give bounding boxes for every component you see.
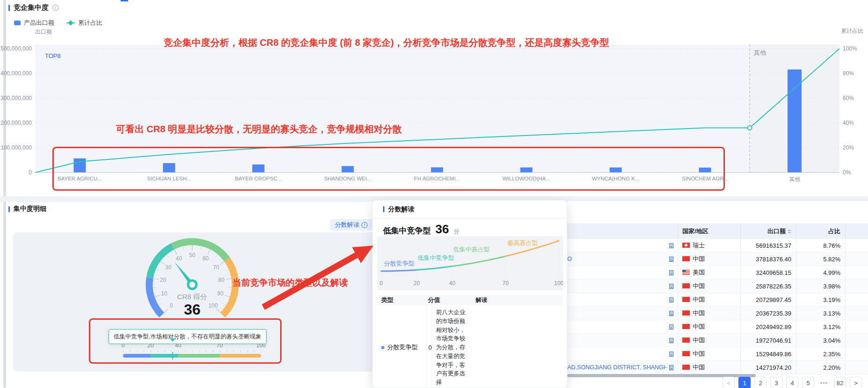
gauge-score-value: 36 (155, 301, 230, 318)
company-link[interactable]: AD,SONGJIANG DISTRICT, SHANGHAI CHI... (567, 364, 666, 371)
svg-text:20: 20 (160, 277, 166, 283)
pagination-prev[interactable]: < (723, 377, 735, 388)
competitor-data-table: 国家/地区 出口额 占比 瑞士 56916315.37 8.76% O 中国 3… (567, 201, 868, 388)
svg-text:80: 80 (218, 277, 225, 283)
svg-text:70: 70 (502, 280, 509, 287)
x-axis-label[interactable]: 其他 (789, 176, 800, 183)
pagination-next[interactable]: > (850, 377, 862, 388)
table-row[interactable]: 中国 20729897.45 3.19% (567, 293, 868, 307)
country-name: 中国 (693, 255, 705, 263)
country-flag-icon (682, 310, 690, 317)
table-header-row: 国家/地区 出口额 占比 (567, 223, 868, 239)
type-dot-icon (381, 346, 384, 349)
pagination-page-3[interactable]: 3 (770, 377, 782, 388)
annotation-note-3: 当前竞争市场的类型以及解读 (232, 277, 348, 289)
company-building-icon[interactable] (668, 256, 674, 264)
company-building-icon[interactable] (668, 283, 674, 291)
svg-text:20: 20 (413, 280, 420, 287)
sort-icon[interactable] (788, 229, 791, 234)
legend-item-line[interactable]: 累计占比 (66, 19, 102, 27)
share-pct: 4.99% (796, 266, 845, 279)
legend-bar-label: 产品出口额 (24, 19, 54, 27)
company-building-icon[interactable] (668, 243, 674, 250)
annotation-box-bars (52, 147, 725, 191)
country-flag-icon (682, 269, 690, 276)
country-name: 中国 (693, 309, 705, 317)
annotation-note-1: 竞企集中度分析，根据 CR8 的竞企集中度 (前 8 家竞企)，分析竞争市场是分… (164, 36, 609, 49)
table-row[interactable]: AD,SONGJIANG DISTRICT, SHANGHAI CHI... 中… (567, 361, 868, 374)
y-tick-label: 500,000,000 (0, 45, 32, 52)
table-row[interactable]: 中国 25878226.35 3.98% (567, 280, 868, 293)
share-pct: 3.19% (796, 293, 845, 306)
table-row[interactable]: 中国 20367235.39 3.13% (567, 307, 868, 320)
score-interpretation-link[interactable]: 分数解读 i (330, 219, 372, 230)
y-tick-label: 0 (0, 169, 32, 176)
svg-text:30: 30 (165, 264, 172, 271)
share-pct: 3.13% (796, 307, 845, 320)
header-company (567, 223, 678, 239)
table-row[interactable]: O 中国 37818376.40 5.82% (567, 252, 868, 266)
curve-segment-label: 分散竞争型 (384, 259, 414, 268)
svg-text:0: 0 (380, 280, 383, 287)
gauge-title: CR8 得分 (155, 293, 230, 302)
country-name: 中国 (693, 350, 705, 358)
line-diamond-icon (66, 21, 75, 25)
y2-tick-label: 60% (843, 95, 854, 101)
table-row[interactable]: 中国 15294849.86 2.35% (567, 347, 868, 361)
company-building-icon[interactable] (668, 310, 674, 318)
pagination-active[interactable]: 1 (738, 377, 751, 388)
market-type-label: 低集中竞争型 (383, 225, 431, 236)
share-pct: 3.04% (796, 334, 845, 347)
svg-text:100: 100 (554, 280, 563, 287)
curve-segment-label: 极高寡占型 (507, 239, 538, 247)
legend-item-bar[interactable]: 产品出口额 (14, 19, 54, 27)
company-building-icon[interactable] (668, 297, 674, 304)
header-amount[interactable]: 出口额 (740, 223, 796, 239)
chart-legend: 产品出口额 累计占比 (14, 19, 102, 27)
y-tick-label: 200,000,000 (0, 120, 32, 126)
company-building-icon[interactable] (668, 338, 674, 345)
svg-text:40: 40 (176, 255, 182, 262)
export-amount: 25878226.35 (740, 280, 796, 293)
company-link[interactable]: O (567, 256, 572, 262)
table-row[interactable]: 中国 20249492.89 3.12% (567, 320, 868, 334)
popup-table-row: 分散竞争型 0前八大企业的市场份额相对较小，市场竞争较为分散，存在大量的竞争对手… (377, 305, 563, 388)
header-pct[interactable]: 占比 (796, 223, 845, 239)
top-blue-dash (121, 0, 128, 1)
company-building-icon[interactable] (668, 324, 674, 331)
table-row[interactable]: 中国 19727046.91 3.04% (567, 334, 868, 347)
table-row[interactable]: 美国 32409658.15 4.99% (567, 266, 868, 280)
annotation-note-2: 可看出 CR8 明显是比较分散，无明显的寡头竞企，竞争规模相对分散 (116, 123, 402, 136)
pagination-page-4[interactable]: 4 (786, 377, 798, 388)
info-icon: i (362, 222, 368, 228)
country-flag-icon (682, 364, 690, 371)
pagination-page-2[interactable]: 2 (754, 377, 767, 388)
country-flag-icon (682, 337, 690, 344)
company-building-icon[interactable] (668, 365, 674, 372)
header-country[interactable]: 国家/地区 (678, 223, 740, 239)
table-row[interactable]: 瑞士 56916315.37 8.76% (567, 239, 868, 252)
detail-section-title: 集中度明细 (14, 205, 46, 213)
company-building-icon[interactable] (668, 351, 674, 359)
top-section-header: 竞企集中度 i (8, 3, 58, 12)
popup-header: 分数解读 (373, 201, 567, 218)
y2-tick-label: 20% (843, 144, 854, 151)
svg-text:60: 60 (203, 255, 209, 262)
top8-region-label: TOP8 (45, 52, 61, 59)
svg-text:70: 70 (213, 264, 219, 271)
popup-score-heading: 低集中竞争型 36 分 (383, 222, 459, 237)
pagination: <12345•••82> (723, 377, 862, 388)
country-name: 中国 (693, 282, 705, 290)
pagination-page-82[interactable]: 82 (834, 377, 846, 388)
country-name: 中国 (693, 336, 705, 345)
country-flag-icon (682, 323, 690, 331)
y2-tick-label: 40% (843, 120, 854, 126)
info-icon[interactable]: i (52, 5, 58, 11)
share-pct: 2.20% (796, 361, 845, 374)
pagination-page-5[interactable]: 5 (802, 377, 814, 388)
company-building-icon[interactable] (668, 270, 674, 277)
left-axis-title: 出口额 (35, 28, 52, 36)
other-region-label: 其他 (754, 49, 766, 57)
score-link-label: 分数解读 (335, 221, 359, 229)
bar-swatch-icon (14, 21, 21, 25)
